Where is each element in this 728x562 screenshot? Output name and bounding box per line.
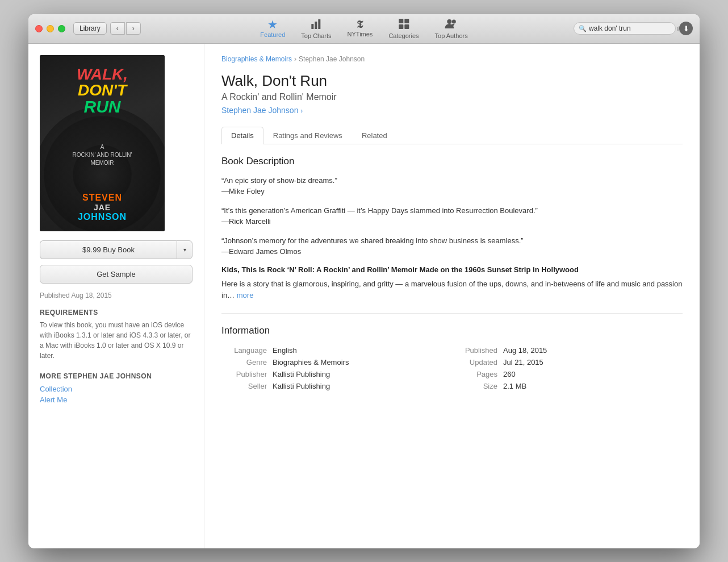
app-window: Library ‹ › ★ Featured Top Charts 𝕿 NYTi… xyxy=(28,14,700,548)
get-sample-button[interactable]: Get Sample xyxy=(40,265,193,284)
traffic-lights xyxy=(35,25,65,32)
search-box: 🔍 ⊗ xyxy=(574,22,676,35)
cover-author-line1: STEVEN xyxy=(78,193,127,203)
info-pages-label: Pages xyxy=(452,370,497,378)
forward-button[interactable]: › xyxy=(126,22,141,35)
book-description-text: Here is a story that is glamorous, inspi… xyxy=(221,278,683,302)
buy-dropdown-button[interactable]: ▾ xyxy=(177,240,193,259)
buy-book-button[interactable]: $9.99 Buy Book xyxy=(40,240,177,259)
requirements-title: REQUIREMENTS xyxy=(40,309,193,317)
information-title: Information xyxy=(221,325,683,336)
info-size-value: 2.1 MB xyxy=(503,382,526,390)
info-updated-value: Jul 21, 2015 xyxy=(503,358,543,367)
info-pages-value: 260 xyxy=(503,370,516,378)
navigation-arrows: ‹ › xyxy=(110,22,141,35)
tab-nytimes-label: NYTimes xyxy=(348,31,373,38)
quote-1: “An epic story of show-biz dreams.” —Mik… xyxy=(221,175,683,197)
quote-3-attribution: —Edward James Olmos xyxy=(221,246,683,257)
more-links: Collection Alert Me xyxy=(40,385,193,404)
svg-rect-0 xyxy=(311,24,313,29)
information-table: Language English Genre Biographies & Mem… xyxy=(221,344,683,392)
info-seller-label: Seller xyxy=(221,382,267,390)
download-button[interactable]: ⬇ xyxy=(679,22,693,35)
requirements-text: To view this book, you must have an iOS … xyxy=(40,320,193,361)
cover-subtitle-text: A ROCKIN' AND ROLLIN' MEMOIR xyxy=(73,143,132,167)
tab-ratings[interactable]: Ratings and Reviews xyxy=(263,127,352,144)
book-title: Walk, Don't Run xyxy=(221,72,683,90)
tab-top-charts-label: Top Charts xyxy=(301,32,331,39)
svg-rect-6 xyxy=(404,24,409,29)
star-icon: ★ xyxy=(267,19,278,30)
search-area: 🔍 ⊗ ⬇ xyxy=(574,22,693,35)
info-genre-row: Genre Biographies & Memoirs xyxy=(221,356,452,368)
minimize-button[interactable] xyxy=(47,25,54,32)
book-cover: WALK, DON'T RUN A ROCKIN' AND ROLLIN' ME… xyxy=(40,55,165,231)
search-input[interactable] xyxy=(589,24,674,32)
tab-categories[interactable]: Categories xyxy=(380,16,426,41)
close-button[interactable] xyxy=(35,25,43,32)
info-language-row: Language English xyxy=(221,344,452,356)
main-content: Biographies & Memoirs › Stephen Jae John… xyxy=(204,44,700,548)
buy-button-row: $9.99 Buy Book ▾ xyxy=(40,240,193,259)
quote-2: “It’s this generation’s American Graffit… xyxy=(221,205,683,227)
tab-categories-label: Categories xyxy=(388,32,419,39)
info-right-col: Published Aug 18, 2015 Updated Jul 21, 2… xyxy=(452,344,683,392)
info-language-label: Language xyxy=(221,346,267,355)
info-size-label: Size xyxy=(452,382,497,390)
tab-nytimes[interactable]: 𝕿 NYTimes xyxy=(340,17,381,40)
quote-1-text: “An epic story of show-biz dreams.” xyxy=(221,175,683,186)
breadcrumb-category[interactable]: Biographies & Memoirs xyxy=(221,55,292,63)
info-genre-value: Biographies & Memoirs xyxy=(273,358,349,367)
breadcrumb: Biographies & Memoirs › Stephen Jae John… xyxy=(221,55,683,63)
cover-title: WALK, DON'T RUN xyxy=(77,66,128,115)
cover-subtitle: A ROCKIN' AND ROLLIN' MEMOIR xyxy=(73,143,132,167)
info-publisher-label: Publisher xyxy=(221,370,267,378)
info-seller-row: Seller Kallisti Publishing xyxy=(221,380,452,392)
more-section-title: MORE STEPHEN JAE JOHNSON xyxy=(40,372,193,380)
tab-top-authors-label: Top Authors xyxy=(435,32,468,39)
svg-point-7 xyxy=(447,19,452,24)
info-updated-row: Updated Jul 21, 2015 xyxy=(452,356,683,368)
cover-title-line1: WALK, xyxy=(77,66,128,82)
quote-2-text: “It’s this generation’s American Graffit… xyxy=(221,205,683,217)
sidebar: WALK, DON'T RUN A ROCKIN' AND ROLLIN' ME… xyxy=(28,44,204,548)
book-author-name: Stephen Jae Johnson xyxy=(221,106,298,115)
svg-rect-4 xyxy=(404,19,409,23)
nytimes-icon: 𝕿 xyxy=(357,19,363,30)
description-more-link[interactable]: more xyxy=(237,291,254,299)
svg-rect-1 xyxy=(315,22,317,29)
search-icon: 🔍 xyxy=(579,25,587,32)
authors-icon xyxy=(445,18,458,31)
info-pages-row: Pages 260 xyxy=(452,368,683,380)
toolbar: ★ Featured Top Charts 𝕿 NYTimes Categori… xyxy=(252,16,475,41)
book-author-link[interactable]: Stephen Jae Johnson › xyxy=(221,106,683,115)
info-seller-value: Kallisti Publishing xyxy=(273,382,330,390)
breadcrumb-author: Stephen Jae Johnson xyxy=(299,55,365,63)
svg-rect-3 xyxy=(399,19,403,23)
tab-top-charts[interactable]: Top Charts xyxy=(293,16,339,41)
tab-top-authors[interactable]: Top Authors xyxy=(427,16,476,41)
cover-title-line2: DON'T xyxy=(77,82,128,98)
tab-details[interactable]: Details xyxy=(221,127,263,144)
collection-link[interactable]: Collection xyxy=(40,385,193,393)
maximize-button[interactable] xyxy=(58,25,65,32)
book-description-title: Book Description xyxy=(221,156,683,167)
tab-featured[interactable]: ★ Featured xyxy=(252,16,293,40)
tab-featured-label: Featured xyxy=(260,31,285,38)
tab-related[interactable]: Related xyxy=(352,127,397,144)
published-date: Published Aug 18, 2015 xyxy=(40,292,193,299)
cover-title-line3: RUN xyxy=(77,98,128,115)
back-button[interactable]: ‹ xyxy=(110,22,125,35)
info-left-col: Language English Genre Biographies & Mem… xyxy=(221,344,452,392)
details-tabs: Details Ratings and Reviews Related xyxy=(221,126,683,144)
library-button[interactable]: Library xyxy=(73,22,107,35)
quote-2-attribution: —Rick Marcelli xyxy=(221,216,683,227)
quote-3: “Johnson’s memory for the adventures we … xyxy=(221,235,683,257)
info-published-row: Published Aug 18, 2015 xyxy=(452,344,683,356)
svg-rect-2 xyxy=(318,19,320,29)
book-tagline: Kids, This Is Rock ‘N’ Roll: A Rockin’ a… xyxy=(221,265,683,274)
cover-author: STEVEN JAE JOHNSON xyxy=(78,193,127,222)
info-updated-label: Updated xyxy=(452,358,497,367)
quote-1-attribution: —Mike Foley xyxy=(221,186,683,197)
alert-me-link[interactable]: Alert Me xyxy=(40,396,193,404)
